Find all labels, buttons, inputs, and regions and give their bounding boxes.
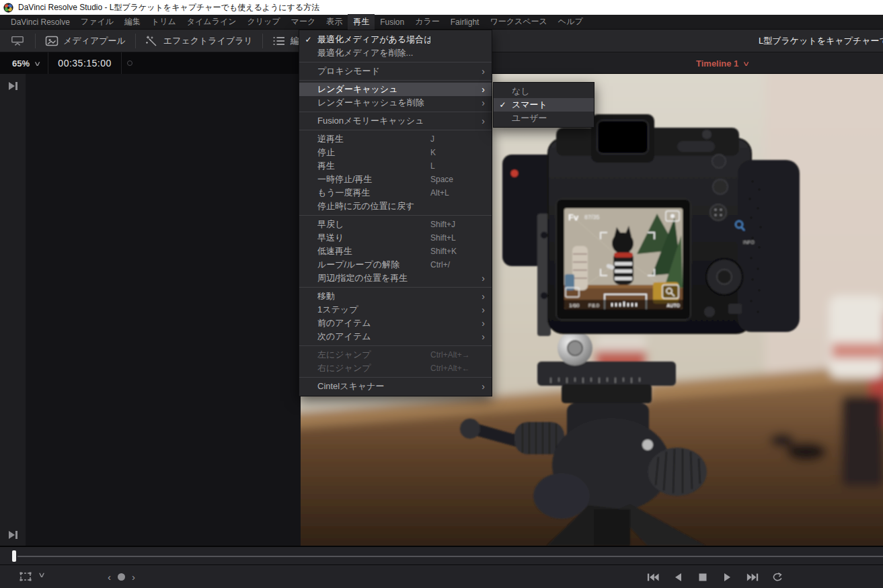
menu-item[interactable]: 停止時に元の位置に戻す [299,200,492,213]
submenu-arrow-icon: › [478,85,489,94]
menubar-item[interactable]: ヘルプ [553,14,588,30]
menu-item-label: 次のアイテム [317,331,430,343]
menu-item[interactable]: 最適化メディアを削除... [299,46,492,60]
jog-prev-icon[interactable]: ‹ [108,572,111,582]
menu-item[interactable]: 再生L [299,159,492,173]
menu-item[interactable]: 移動› [299,290,492,303]
menu-item[interactable]: 逆再生J [299,132,492,146]
menu-item-shortcut: Ctrl+Alt+→ [430,350,478,360]
transport-buttons [647,565,783,588]
menu-item[interactable]: 早戻しShift+J [299,218,492,231]
submenu-item[interactable]: ✓スマート [494,98,594,112]
play-reverse-icon[interactable] [672,572,684,583]
menu-item-shortcut: Alt+L [430,188,478,198]
menu-item[interactable]: プロキシモード› [299,65,492,78]
menu-item[interactable]: 停止K [299,146,492,159]
jog-next-icon[interactable]: › [132,572,135,582]
menu-item[interactable]: レンダーキャッシュ› [299,83,492,96]
menu-item-label: 再生 [317,160,430,172]
menubar-item[interactable]: カラー [410,14,445,30]
toolbar-button[interactable]: メディアプール [36,30,135,52]
menubar-item[interactable]: Fairlight [445,15,485,29]
submenu-item[interactable]: なし [494,85,594,98]
window-title: DaVinci Resolve Studio - L型ブラケットをキャプチャーで… [18,2,319,13]
stop-icon[interactable] [697,572,709,583]
submenu-arrow-icon: › [478,274,489,283]
jump-to-end-icon[interactable] [7,81,19,91]
menu-item-shortcut: Shift+K [430,247,478,256]
submenu-arrow-icon: › [478,332,489,341]
menubar-item[interactable]: 再生 [348,14,375,30]
menu-item[interactable]: Fusionメモリーキャッシュ› [299,114,492,128]
scrubber-track[interactable] [17,556,883,557]
menu-item-label: 移動 [317,290,430,302]
skip-forward-icon[interactable] [746,572,759,583]
viewer-header-separator [121,52,122,74]
menu-item[interactable]: 前のアイテム› [299,317,492,330]
menu-item[interactable]: Cintelスキャナー› [299,380,492,393]
viewer-zoom-level: 65% [12,58,30,69]
menu-item[interactable]: レンダーキャッシュを削除› [299,96,492,110]
menu-item[interactable]: 早送りShift+L [299,231,492,245]
submenu-arrow-icon: › [478,305,489,314]
menu-item[interactable]: ループ/ループの解除Ctrl+/ [299,258,492,271]
menu-item[interactable]: ✓最適化メディアがある場合は使用 [299,33,492,46]
menubar-item[interactable]: ファイル [75,14,119,30]
record-circle-icon [127,60,132,66]
selection-rect-icon[interactable] [19,571,32,582]
play-icon[interactable] [722,572,734,583]
interface-toggle-button[interactable] [0,30,35,52]
menu-item-label: 停止時に元の位置に戻す [317,200,430,212]
menu-item-label: 右にジャンプ [317,362,430,374]
menu-item-label: 低速再生 [317,245,430,257]
menubar-item[interactable]: Fusion [375,15,410,29]
menu-item-label: Fusionメモリーキャッシュ [317,115,430,127]
menu-separator [299,62,492,62]
edit-index-icon [272,35,286,47]
davinci-resolve-window: DaVinci Resolve Studio - L型ブラケットをキャプチャーで… [0,0,883,588]
submenu-arrow-icon: › [478,98,489,108]
chevron-down-icon[interactable]: ∨ [38,571,46,579]
submenu-item[interactable]: ユーザー [494,112,594,125]
menubar-item[interactable]: トリム [146,14,182,30]
jump-to-end-icon[interactable] [7,530,19,540]
media-pool-icon [45,35,59,47]
jog-scrubber-bar[interactable] [0,546,883,564]
viewer-zoom-select[interactable]: 65% ∨ [0,52,48,74]
lcd-shots: 87/35 [584,214,600,220]
menu-separator [299,130,492,130]
menu-item-label: レンダーキャッシュを削除 [317,97,430,109]
lcd-auto: AUTO [666,303,680,308]
toolbar-button[interactable]: エフェクトライブラリ [136,30,262,52]
menubar-item[interactable]: DaVinci Resolve [5,15,75,29]
menu-item[interactable]: 一時停止/再生Space [299,173,492,186]
menubar-item[interactable]: タイムライン [182,14,242,30]
menubar-item[interactable]: マーク [286,14,321,30]
menu-item: 右にジャンプCtrl+Alt+← [299,362,492,375]
toolbar-button-label: メディアプール [63,35,126,47]
menu-item[interactable]: 次のアイテム› [299,330,492,343]
menu-item-label: 一時停止/再生 [317,173,430,185]
jog-dot-icon[interactable] [118,573,125,581]
menubar-item[interactable]: クリップ [241,14,285,30]
skip-back-icon[interactable] [647,572,659,583]
submenu-arrow-icon: › [478,67,489,76]
loop-icon[interactable] [771,572,783,583]
menu-item[interactable]: 周辺/指定の位置を再生› [299,271,492,285]
menu-item-label: 早送り [317,232,430,244]
menu-separator [299,287,492,288]
menu-item[interactable]: もう一度再生Alt+L [299,186,492,200]
timecode-display[interactable]: 00:35:15:00 [48,58,120,69]
timeline-selector[interactable]: Timeline 1 ∨ [696,52,749,74]
menubar-item[interactable]: 表示 [321,14,348,30]
menu-item-shortcut: K [430,148,478,157]
chevron-down-icon: ∨ [742,60,751,67]
menu-bar: DaVinci Resolveファイル編集トリムタイムラインクリップマーク表示再… [0,15,883,30]
menu-item[interactable]: 1ステップ› [299,303,492,317]
menubar-item[interactable]: ワークスペース [484,14,552,30]
davinci-logo-icon [3,3,13,13]
menubar-item[interactable]: 編集 [119,14,146,30]
playhead-handle[interactable] [12,550,16,562]
menu-item[interactable]: 低速再生Shift+K [299,245,492,258]
menu-item-label: プロキシモード [317,65,430,77]
